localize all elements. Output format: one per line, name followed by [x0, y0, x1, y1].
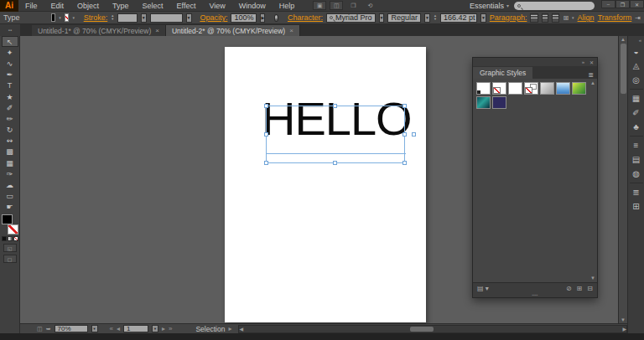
graphic-style-blue-gradient[interactable] — [556, 82, 570, 95]
recolor-artwork-icon[interactable] — [274, 14, 278, 22]
opacity-expand-icon[interactable]: ▶ — [260, 13, 265, 23]
handle-bottom-right[interactable] — [402, 161, 407, 165]
shape-builder-tool[interactable]: ▩ — [2, 147, 18, 157]
handle-top-right[interactable] — [402, 104, 407, 108]
width-tool[interactable]: ↭ — [2, 136, 18, 147]
status-mode-expand-icon[interactable]: ▸ — [228, 326, 231, 332]
handle-bottom-left[interactable] — [264, 161, 268, 165]
recolor-artwork-icon[interactable]: ◎ — [629, 73, 644, 87]
status-bar-icon-1[interactable]: ◫ — [37, 326, 43, 332]
fill-dropdown-icon[interactable]: ▾ — [59, 15, 61, 20]
horizontal-scroll-thumb[interactable] — [410, 327, 434, 332]
menu-object[interactable]: Object — [70, 2, 106, 10]
transparency-panel-icon[interactable]: ◍ — [629, 167, 644, 181]
vertical-scrollbar[interactable]: ▲ ▼ — [618, 36, 627, 323]
stroke-weight-stepper[interactable]: ▲▼ — [111, 14, 114, 21]
restore-button[interactable]: ❐ — [615, 0, 630, 8]
glyphs-dropdown-icon[interactable]: ▾ — [572, 15, 574, 20]
close-icon[interactable]: × — [155, 27, 159, 34]
gradient-panel-icon[interactable]: ▤ — [629, 152, 644, 167]
close-icon[interactable]: × — [289, 27, 293, 34]
artboard-dropdown-icon[interactable]: ▼ — [152, 325, 158, 332]
lasso-tool[interactable]: ∿ — [2, 58, 18, 69]
layers-panel-icon[interactable]: ≣ — [629, 185, 644, 199]
artboard-number-field[interactable]: 1 — [123, 325, 148, 332]
screen-mode-button[interactable]: ▢ — [3, 255, 17, 263]
symbols-panel-icon[interactable]: ♣ — [629, 120, 644, 134]
tab-untitled-2[interactable]: Untitled-2* @ 70% (CMYK/Preview) × — [166, 25, 300, 36]
eyedropper-tool[interactable]: ✑ — [2, 168, 18, 179]
handle-mid-left[interactable] — [264, 132, 268, 137]
none-button[interactable] — [13, 236, 18, 241]
selection-bounding-box[interactable] — [266, 106, 405, 163]
status-bar-icon-2[interactable]: ➥ — [46, 326, 51, 332]
menu-type[interactable]: Type — [106, 2, 136, 10]
align-left-button[interactable] — [530, 13, 538, 23]
menu-help[interactable]: Help — [273, 2, 302, 10]
stroke-panel-link[interactable]: Stroke: — [84, 13, 108, 22]
stroke-color-swatch[interactable] — [65, 13, 70, 22]
handle-mid-right[interactable] — [402, 132, 407, 137]
stroke-panel-icon[interactable]: ≡ — [629, 138, 644, 152]
handle-bottom-center[interactable] — [333, 161, 337, 165]
menu-effect[interactable]: Effect — [170, 2, 203, 10]
color-button[interactable] — [2, 236, 7, 241]
drawing-mode-button[interactable]: ◱ — [3, 244, 17, 252]
color-panel-icon[interactable]: ◒ — [629, 44, 644, 59]
menu-select[interactable]: Select — [136, 2, 170, 10]
handle-top-left[interactable] — [264, 104, 268, 108]
menu-edit[interactable]: Edit — [44, 2, 71, 10]
font-family-dropdown-icon[interactable]: ▼ — [379, 13, 385, 23]
next-artboard-button[interactable]: ▸ — [162, 326, 165, 332]
panel-scroll-down-icon[interactable]: ▼ — [590, 276, 595, 281]
stroke-swatch[interactable] — [8, 224, 18, 234]
new-graphic-style-icon[interactable]: ⊞ — [577, 285, 583, 292]
graphic-style-teal-pattern[interactable] — [476, 96, 491, 109]
font-style-dropdown-icon[interactable]: ▼ — [424, 13, 430, 23]
type-tool[interactable]: T — [2, 80, 18, 91]
handle-top-center[interactable] — [333, 104, 337, 108]
magic-wand-tool[interactable]: ✦ — [2, 47, 18, 58]
font-style-select[interactable]: Regular — [387, 13, 421, 23]
pencil-tool[interactable]: ✏ — [2, 113, 18, 124]
stroke-dropdown-icon[interactable]: ▾ — [72, 15, 75, 20]
font-size-dropdown-icon[interactable]: ▼ — [480, 13, 486, 23]
close-button[interactable]: ✕ — [630, 0, 644, 8]
panel-menu-icon[interactable]: ≣ — [588, 71, 597, 79]
menu-view[interactable]: View — [202, 2, 231, 10]
expand-panels-icon[interactable]: « — [628, 36, 644, 44]
graphic-style-foliage[interactable] — [572, 82, 586, 95]
stroke-weight-field[interactable] — [117, 13, 137, 23]
star-tool[interactable]: ★ — [2, 91, 18, 102]
perspective-grid-tool[interactable]: ▦ — [2, 157, 18, 168]
artboards-panel-icon[interactable]: ⊞ — [629, 199, 644, 214]
collapse-control-bar-icon[interactable]: ⇥ — [635, 14, 641, 22]
selection-tool[interactable]: ↖ — [2, 36, 18, 47]
hand-tool[interactable]: ☛ — [2, 202, 18, 213]
align-panel-link[interactable]: Align — [578, 13, 595, 22]
go-bridge-icon[interactable]: ▣ — [313, 1, 326, 10]
fill-swatch[interactable] — [2, 214, 13, 224]
artboard[interactable]: HELLO — [225, 47, 426, 322]
zoom-dropdown-icon[interactable]: ▼ — [91, 325, 98, 332]
arrange-documents-icon[interactable]: ◫ — [330, 1, 343, 10]
graphic-style-gray-gradient[interactable] — [540, 82, 554, 95]
zoom-field[interactable]: 70% — [55, 325, 88, 332]
previous-artboard-button[interactable]: ◂ — [117, 326, 120, 332]
horizontal-scrollbar[interactable]: ◀ ▶ — [238, 325, 627, 333]
workspace-switcher-icon[interactable]: ❐ — [346, 1, 360, 10]
search-input[interactable] — [514, 2, 595, 10]
font-family-select[interactable]: Myriad Pro — [326, 13, 376, 23]
graphic-styles-libraries-icon[interactable]: ▤ ▾ — [477, 285, 489, 292]
scroll-down-icon[interactable]: ▼ — [621, 317, 626, 322]
brushes-panel-icon[interactable]: ✐ — [629, 106, 644, 120]
graphic-style-none[interactable] — [492, 82, 506, 95]
gradient-button[interactable] — [8, 236, 13, 241]
transform-panel-link[interactable]: Transform — [598, 13, 632, 22]
panel-resize-handle[interactable]: ▪▪▪▪ — [473, 293, 597, 297]
paragraph-panel-link[interactable]: Paragraph: — [490, 13, 527, 22]
tab-graphic-styles[interactable]: Graphic Styles — [473, 67, 532, 79]
close-panel-icon[interactable]: ✕ — [589, 59, 594, 65]
break-link-icon[interactable]: ⊘ — [566, 285, 572, 292]
paintbrush-tool[interactable]: ✐ — [2, 102, 18, 113]
